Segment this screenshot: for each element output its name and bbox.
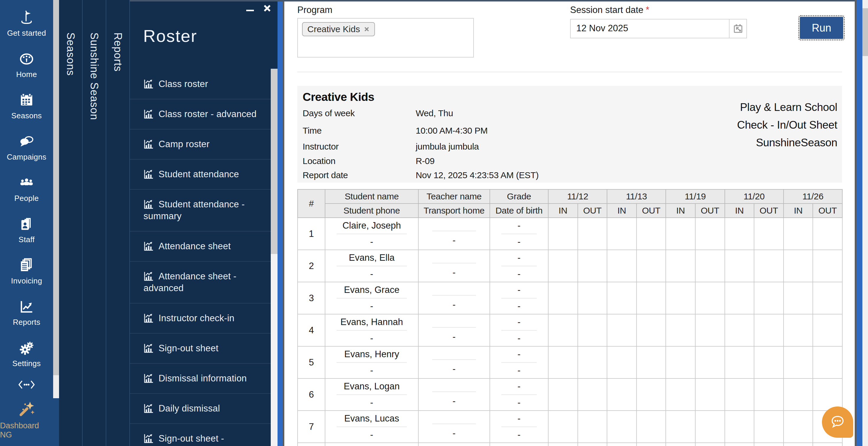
row-number-cell: 5 [298, 346, 325, 378]
check-in-cell [666, 218, 695, 250]
teacher-name-cell: - [418, 282, 490, 314]
documents-icon [18, 257, 35, 274]
student-row: 7Evans, Lucas---- [298, 411, 842, 443]
check-out-cell [637, 346, 666, 378]
report-field-label: Instructor [303, 142, 339, 151]
check-in-cell [783, 346, 813, 378]
check-out-cell [813, 378, 842, 411]
teacher-name-cell: - [418, 378, 490, 411]
sidebar-scrollbar-thumb[interactable] [53, 0, 59, 375]
sidebar-item-label: Staff [19, 235, 35, 244]
date-picker-button[interactable] [729, 20, 746, 38]
report-item-class-roster[interactable]: Class roster [130, 69, 271, 99]
student-name: Evans, Logan [337, 379, 407, 395]
transport-home: - [418, 392, 490, 410]
report-item-instructor-check-in[interactable]: Instructor check-in [130, 304, 271, 334]
report-item-student-attendance[interactable]: Student attendance [130, 160, 271, 190]
date-of-birth: - [490, 299, 548, 314]
check-in-cell [548, 346, 578, 378]
grade: - [501, 411, 537, 427]
minimize-button[interactable] [243, 2, 257, 15]
check-in-cell [548, 282, 578, 314]
grade-cell: -- [490, 411, 548, 443]
check-out-cell [637, 411, 666, 443]
chat-launcher-button[interactable] [822, 407, 853, 438]
chip-remove-icon[interactable] [364, 26, 370, 32]
report-item-attendance-sheet[interactable]: Attendance sheet [130, 232, 271, 262]
check-in-cell [725, 411, 754, 443]
row-number-cell: 1 [298, 218, 325, 250]
program-label: Program [297, 5, 333, 15]
panel-scrollbar-thumb[interactable] [271, 69, 278, 254]
panel-title: Roster [143, 26, 197, 46]
sidebar-item-invoicing[interactable]: Invoicing [0, 251, 53, 292]
report-item-class-roster-advanced[interactable]: Class roster - advanced [130, 99, 271, 130]
check-out-cell [578, 378, 607, 411]
session-date-label-text: Session start date [570, 5, 643, 15]
session-date-input[interactable]: 12 Nov 2025 [570, 19, 747, 38]
check-out-cell [754, 378, 783, 411]
sidebar-item-seasons[interactable]: Seasons [0, 85, 53, 127]
report-field-value: jumbula jumbula [416, 142, 479, 151]
report-field-value: Wed, Thu [416, 108, 453, 118]
student-name-cell: Evans, Logan- [325, 378, 418, 411]
report-item-daily-dismissal[interactable]: Daily dismissal [130, 394, 271, 424]
sidebar-item-home[interactable]: Home [0, 44, 53, 85]
row-number-cell: 2 [298, 250, 325, 282]
window-scrollbar-thumb[interactable] [862, 8, 868, 56]
check-out-cell [754, 282, 783, 314]
teacher-name-cell: - [418, 314, 490, 346]
collapsed-strip-seasons[interactable]: Seasons [59, 0, 83, 446]
sidebar-item-settings[interactable]: Settings [0, 333, 53, 375]
report-item-label: Attendance sheet - advanced [144, 271, 237, 293]
sidebar-item-get-started[interactable]: Get started [0, 3, 53, 44]
bar-chart-icon [144, 169, 154, 179]
report-item-sign-out-sheet[interactable]: Sign-out sheet [130, 334, 271, 364]
run-button[interactable]: Run [800, 17, 843, 39]
report-item-sign-out-sheet-advanced[interactable]: Sign-out sheet - advanced [130, 424, 271, 446]
sidebar-item-campaigns[interactable]: Campaigns [0, 127, 53, 168]
sidebar-item-embed[interactable] [0, 375, 53, 396]
strip-label: Seasons [64, 0, 77, 446]
main-content: Program Creative Kids Session start date… [284, 0, 855, 446]
student-name: Claire, Joseph [337, 218, 407, 234]
date-of-birth: - [490, 363, 548, 378]
check-in-cell [783, 411, 813, 443]
check-in-cell [783, 282, 813, 314]
bar-chart-icon [144, 241, 154, 251]
code-embed-icon [17, 380, 36, 391]
student-phone: - [326, 266, 418, 282]
content-scrollbar-thumb[interactable] [857, 0, 862, 446]
sidebar-item-reports[interactable]: Reports [0, 292, 53, 333]
sidebar-item-dashboard-ng[interactable]: Dashboard NG [0, 400, 53, 440]
report-item-attendance-sheet-advanced[interactable]: Attendance sheet - advanced [130, 262, 271, 304]
report-item-label: Dismissal information [159, 373, 247, 383]
bar-chart-icon [144, 373, 154, 383]
check-out-cell [754, 314, 783, 346]
check-out-cell [637, 218, 666, 250]
grade-cell: -- [490, 346, 548, 378]
people-icon [18, 175, 35, 191]
report-item-camp-roster[interactable]: Camp roster [130, 130, 271, 160]
check-in-out-table: #Student nameTeacher nameGrade11/1211/13… [297, 189, 843, 446]
collapsed-strip-sunshine-season[interactable]: Sunshine Season [83, 0, 106, 446]
check-in-cell [607, 411, 637, 443]
grade: - [501, 379, 537, 395]
report-field-value: 10:00 AM-4:30 PM [416, 126, 488, 136]
sidebar-item-people[interactable]: People [0, 168, 53, 209]
col-header-in: IN [725, 204, 754, 218]
grade: - [501, 314, 537, 331]
sidebar-item-staff[interactable]: Staff [0, 209, 53, 251]
check-in-cell [548, 250, 578, 282]
report-item-dismissal-information[interactable]: Dismissal information [130, 364, 271, 394]
roster-panel: Roster Class rosterClass roster - advanc… [130, 0, 278, 446]
teacher-name-cell: - [418, 411, 490, 443]
program-chip[interactable]: Creative Kids [302, 22, 375, 36]
collapsed-strip-reports[interactable]: Reports [106, 0, 130, 446]
program-multiselect[interactable]: Creative Kids [297, 18, 474, 58]
app-window: Get startedHomeSeasonsCampaignsPeopleSta… [0, 0, 868, 446]
report-item-student-attendance-summary[interactable]: Student attendance - summary [130, 190, 271, 232]
window-scrollbar-track[interactable] [862, 0, 868, 446]
close-button[interactable] [260, 2, 274, 15]
strip-label: Reports [112, 0, 124, 446]
